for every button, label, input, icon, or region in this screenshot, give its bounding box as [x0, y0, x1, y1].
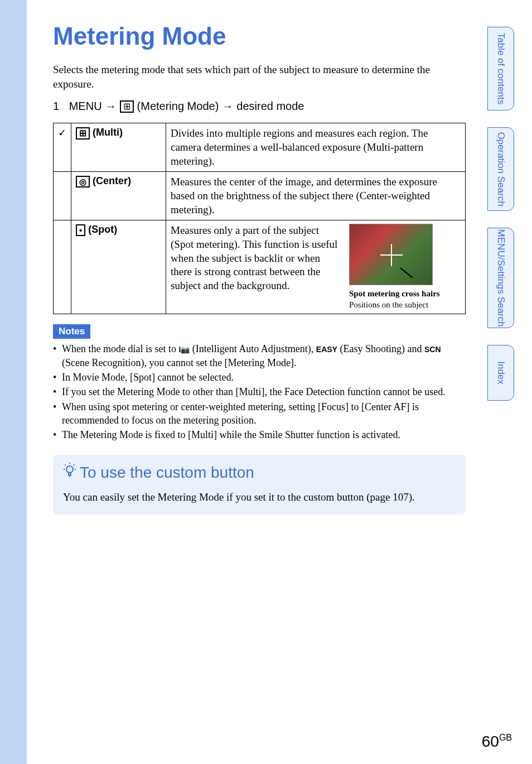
- modes-table: ✓ (Multi) Divides into multiple regions …: [53, 123, 466, 314]
- scn-label: SCN: [424, 345, 441, 354]
- svg-line-5: [65, 465, 66, 466]
- tab-table-of-contents[interactable]: Table of contents: [487, 27, 514, 110]
- arrow-to-crosshair: [400, 268, 413, 278]
- mode-desc-spot: Measures only a part of the subject (Spo…: [171, 224, 344, 310]
- notes-list: When the mode dial is set to i (Intellig…: [53, 342, 466, 441]
- list-item: The Metering Mode is fixed to [Multi] wh…: [53, 428, 466, 441]
- table-row: (Spot) Measures only a part of the subje…: [54, 220, 466, 314]
- mode-name-multi: (Multi): [71, 123, 166, 172]
- step-arrow: →: [105, 100, 117, 113]
- mode-desc-spot-cell: Measures only a part of the subject (Spo…: [166, 220, 466, 314]
- note-part: (Intelligent Auto Adjustment),: [190, 343, 316, 354]
- intro-text: Selects the metering mode that sets whic…: [53, 63, 466, 91]
- tip-title-text: To use the custom button: [80, 464, 254, 482]
- mode-label: (Spot): [88, 224, 117, 235]
- step-menu-label: MENU: [69, 100, 102, 113]
- list-item: When using spot metering or center-weigh…: [53, 400, 466, 427]
- list-item: In Movie Mode, [Spot] cannot be selected…: [53, 371, 466, 384]
- tab-index[interactable]: Index: [487, 345, 514, 401]
- step-arrow2: →: [222, 100, 233, 113]
- notes-heading: Notes: [53, 324, 90, 339]
- mode-name-center: (Center): [71, 172, 166, 220]
- check-cell: ✓: [54, 123, 71, 172]
- left-accent-bar: [0, 0, 27, 764]
- note-part: When the mode dial is set to: [62, 343, 178, 354]
- list-item: If you set the Metering Mode to other th…: [53, 385, 466, 398]
- lightbulb-icon: [63, 463, 76, 482]
- table-row: ✓ (Multi) Divides into multiple regions …: [54, 123, 466, 172]
- spot-image-block: Spot metering cross hairs Positions on t…: [349, 224, 461, 310]
- center-icon: [76, 176, 90, 188]
- side-tabs: Table of contents Operation Search MENU/…: [487, 27, 514, 401]
- page-number: 60GB: [482, 733, 512, 751]
- spot-sample-image: [349, 224, 433, 285]
- multi-icon: [76, 127, 90, 140]
- mode-desc-center: Measures the center of the image, and de…: [166, 172, 466, 220]
- tip-box: To use the custom button You can easily …: [53, 455, 466, 515]
- camera-icon: [181, 343, 190, 354]
- crosshair-v: [391, 244, 392, 266]
- mode-label: (Multi): [93, 127, 123, 138]
- check-cell: [54, 172, 71, 220]
- mode-name-spot: (Spot): [71, 220, 166, 314]
- mode-desc-multi: Divides into multiple regions and measur…: [166, 123, 466, 172]
- easy-label: EASY: [316, 345, 337, 354]
- step-instruction: 1 MENU → (Metering Mode) → desired mode: [53, 100, 466, 113]
- metering-icon: [120, 100, 134, 113]
- tab-label: Table of contents: [496, 33, 506, 105]
- note-part: (Scene Recognition), you cannot set the …: [62, 357, 296, 368]
- tab-label: MENU/Settings Search: [496, 229, 506, 327]
- tip-title-row: To use the custom button: [63, 463, 456, 482]
- spot-icon: [76, 224, 85, 236]
- tab-label: Index: [496, 361, 506, 385]
- step-mid: (Metering Mode): [137, 100, 219, 113]
- svg-line-6: [74, 465, 75, 466]
- table-row: (Center) Measures the center of the imag…: [54, 172, 466, 220]
- spot-caption-bold: Spot metering cross hairs: [349, 289, 461, 300]
- page-gb-suffix: GB: [499, 733, 512, 742]
- step-number: 1: [53, 100, 59, 113]
- page-number-value: 60: [482, 733, 499, 750]
- step-suffix: desired mode: [236, 100, 304, 113]
- tip-body: You can easily set the Metering Mode if …: [63, 490, 456, 504]
- note-part: (Easy Shooting) and: [337, 343, 424, 354]
- list-item: When the mode dial is set to i (Intellig…: [53, 342, 466, 369]
- main-content: Metering Mode Selects the metering mode …: [53, 22, 466, 515]
- page-title: Metering Mode: [53, 22, 466, 50]
- svg-point-0: [66, 466, 73, 473]
- tab-label: Operation Search: [496, 132, 506, 206]
- mode-label: (Center): [93, 175, 131, 186]
- spot-caption-reg: Positions on the subject: [349, 300, 461, 311]
- check-cell: [54, 220, 71, 314]
- tab-menu-settings-search[interactable]: MENU/Settings Search: [487, 228, 514, 328]
- tab-operation-search[interactable]: Operation Search: [487, 127, 514, 211]
